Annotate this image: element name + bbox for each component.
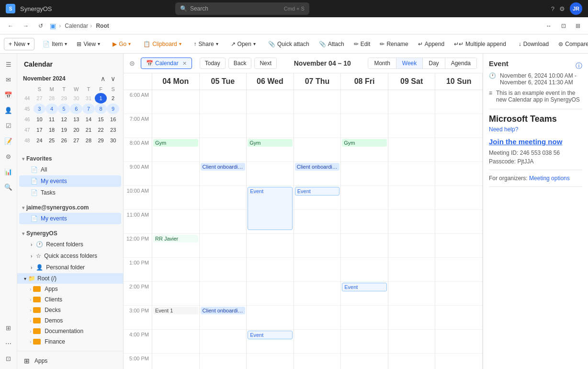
cal-tab-close[interactable]: ✕ [182,60,187,67]
event-event-d4-t8[interactable]: Event [342,283,387,291]
cal-cell-d5-t8[interactable] [388,282,436,306]
cal-cell-d5-t10[interactable] [388,330,436,354]
cal-cell-d6-t9[interactable] [435,306,483,330]
mail-icon-btn[interactable]: ✉ [2,73,15,86]
cal-cell-d1-t11[interactable] [200,354,247,369]
cal-cell-d2-t1[interactable] [247,114,294,138]
month-view-btn[interactable]: Month [368,58,396,69]
cal-cell-d6-t7[interactable] [435,258,483,282]
panel-info-icon[interactable]: ⓘ [576,62,582,70]
back-cal-button[interactable]: Back [228,58,252,69]
mini-cal-day[interactable]: 27 [70,135,82,146]
favorites-header[interactable]: ▾ Favorites [17,153,123,164]
cal-cell-d4-t1[interactable] [341,114,388,138]
mini-cal-next[interactable]: ∨ [109,74,117,83]
calendar-icon-btn[interactable]: 📅 [2,88,15,102]
day-header-sat[interactable]: 09 Sat [388,73,436,90]
cal-cell-d4-t11[interactable] [341,354,388,369]
compare-button[interactable]: ⊜ Compare [554,38,588,50]
cal-cell-d3-t8[interactable] [294,282,341,306]
breadcrumb-calendar[interactable]: Calendar [65,23,88,29]
forward-button[interactable]: → [19,21,33,31]
multiple-append-button[interactable]: ↵↵ Multiple append [450,38,510,50]
edit-button[interactable]: ✏ Edit [350,38,375,50]
breadcrumb-root[interactable]: Root [96,23,109,29]
mini-cal-day[interactable]: 13 [70,114,82,125]
tasks-icon-btn[interactable]: ☑ [2,119,15,132]
cal-cell-d1-t9[interactable]: Client onboarding [200,306,247,330]
nav-panel-toggle[interactable]: ⊞ [572,21,584,31]
mini-cal-day[interactable]: 31 [82,93,95,104]
cal-cell-d5-t11[interactable] [388,354,436,369]
append-button[interactable]: ↵ Append [414,38,449,50]
mini-cal-day[interactable]: 2 [107,93,119,104]
next-cal-button[interactable]: Next [254,58,277,69]
mini-cal-day[interactable]: 29 [95,135,107,146]
cal-cell-d2-t9[interactable] [247,306,294,330]
refresh-button[interactable]: ↺ [34,21,47,31]
mini-cal-day[interactable]: 19 [58,125,70,135]
cal-cell-d3-t0[interactable] [294,90,341,114]
analytics-icon-btn[interactable]: 📊 [2,165,15,178]
mini-cal-day[interactable]: 11 [45,114,58,125]
mini-cal-day[interactable]: 23 [107,125,119,135]
mini-cal-day[interactable]: 24 [34,135,46,146]
mini-cal-day[interactable]: 15 [95,114,107,125]
cal-cell-d2-t10[interactable]: Event [247,330,294,354]
cal-cell-d2-t4[interactable]: Event [247,186,294,210]
back-button[interactable]: ← [4,21,17,31]
day-header-thu[interactable]: 07 Thu [294,73,341,90]
cal-cell-d4-t2[interactable]: Gym [341,138,388,162]
cal-cell-d5-t6[interactable] [388,234,436,258]
sidebar-item-recent-folders[interactable]: › 🕐 Recent folders [19,239,121,250]
view-button[interactable]: ⊞ View ▾ [72,38,104,50]
mini-cal-day[interactable]: 17 [34,125,46,135]
cal-cell-d0-t7[interactable] [152,258,200,282]
week-view-btn[interactable]: Week [396,58,423,69]
download-button[interactable]: ↓ Download [514,38,553,50]
sidebar-item-quick-access[interactable]: › ☆ Quick access folders [19,250,121,262]
cal-cell-d5-t3[interactable] [388,162,436,186]
item-button[interactable]: 📄 Item ▾ [38,38,71,50]
cal-cell-d6-t8[interactable] [435,282,483,306]
need-help-link[interactable]: Need help? [489,126,582,133]
mini-cal-day[interactable]: 30 [70,93,82,104]
day-view-btn[interactable]: Day [423,58,445,69]
event-event-d3-t4[interactable]: Event [295,187,340,196]
mini-cal-day[interactable]: 10 [34,114,46,125]
mini-cal-day[interactable]: 26 [58,135,70,146]
mini-cal-day[interactable]: 21 [82,125,95,135]
cal-cell-d4-t7[interactable] [341,258,388,282]
cal-cell-d4-t9[interactable] [341,306,388,330]
sidebar-toggle-btn[interactable]: ☰ [2,58,15,71]
open-button[interactable]: ↗ Open ▾ [226,38,260,50]
mini-cal-day[interactable]: 20 [70,125,82,135]
calendar-tab[interactable]: 📅 Calendar ✕ [141,58,192,69]
sidebar-apps-bottom[interactable]: ⊞ Apps [24,355,116,367]
event-client-d1-t9[interactable]: Client onboarding [201,307,246,314]
cal-cell-d2-t8[interactable] [247,282,294,306]
mini-cal-day-sel[interactable]: 6 [70,104,82,114]
cal-cell-d2-t0[interactable] [247,90,294,114]
cal-cell-d3-t4[interactable]: Event [294,186,341,210]
event-gym-d2-t2[interactable]: Gym [248,139,293,147]
clipboard-button[interactable]: 📋 Clipboard ▾ [139,38,185,50]
event-event-d2-t4[interactable]: Event [248,187,293,230]
mini-cal-day[interactable]: 30 [107,135,119,146]
synergyos-header[interactable]: ▾ SynergyOS [17,228,123,239]
mini-cal-day[interactable]: 22 [95,125,107,135]
sidebar-item-all[interactable]: 📄 All [19,164,121,175]
cal-cell-d0-t10[interactable] [152,330,200,354]
cal-cell-d6-t2[interactable] [435,138,483,162]
day-header-fri[interactable]: 08 Fri [341,73,388,90]
cal-cell-d5-t1[interactable] [388,114,436,138]
cal-cell-d3-t5[interactable] [294,210,341,234]
cal-cell-d1-t8[interactable] [200,282,247,306]
cal-cell-d4-t6[interactable] [341,234,388,258]
sidebar-item-demos[interactable]: › Demos [17,315,123,326]
cal-cell-d5-t7[interactable] [388,258,436,282]
mini-cal-day[interactable]: 16 [107,114,119,125]
cal-cell-d1-t3[interactable]: Client onboarding [200,162,247,186]
rename-button[interactable]: ✏ Rename [375,38,412,50]
cal-cell-d4-t8[interactable]: Event [341,282,388,306]
